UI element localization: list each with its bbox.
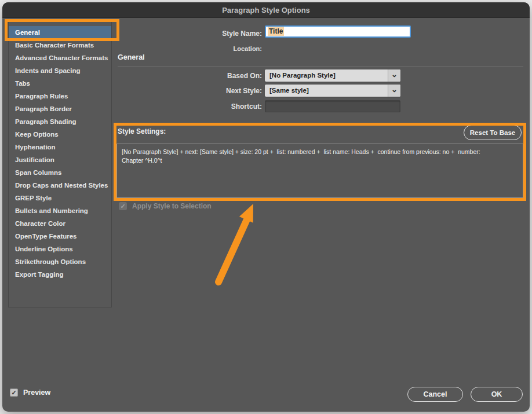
sidebar-item-basic-character-formats[interactable]: Basic Character Formats xyxy=(9,39,111,52)
check-icon: ✓ xyxy=(11,389,16,397)
check-icon: ✓ xyxy=(120,203,125,210)
cancel-button[interactable]: Cancel xyxy=(407,387,463,402)
sidebar: General Basic Character Formats Advanced… xyxy=(8,19,112,307)
sidebar-item-opentype-features[interactable]: OpenType Features xyxy=(9,230,111,243)
style-settings-summary-line2: Chapter ^H.0^t xyxy=(122,156,518,165)
sidebar-item-keep-options[interactable]: Keep Options xyxy=(9,128,111,141)
sidebar-item-paragraph-shading[interactable]: Paragraph Shading xyxy=(9,115,111,128)
based-on-label: Based On: xyxy=(176,70,262,82)
sidebar-item-justification[interactable]: Justification xyxy=(9,153,111,166)
reset-to-base-button[interactable]: Reset To Base xyxy=(464,125,522,140)
style-name-label: Style Name: xyxy=(176,28,262,39)
style-name-input[interactable]: Title xyxy=(265,25,411,38)
location-label: Location: xyxy=(176,43,262,54)
sidebar-item-export-tagging[interactable]: Export Tagging xyxy=(9,268,111,281)
apply-style-label: Apply Style to Selection xyxy=(132,202,212,210)
sidebar-item-tabs[interactable]: Tabs xyxy=(9,77,111,90)
general-section-heading: General xyxy=(118,53,145,61)
shortcut-label: Shortcut: xyxy=(176,101,262,112)
sidebar-item-strikethrough-options[interactable]: Strikethrough Options xyxy=(9,255,111,268)
chevron-down-icon: ⌄ xyxy=(391,86,398,93)
next-style-dropdown-button[interactable]: ⌄ xyxy=(388,85,400,97)
shortcut-input[interactable] xyxy=(265,100,400,112)
preview-checkbox[interactable]: ✓ xyxy=(10,389,18,397)
style-name-value: Title xyxy=(268,27,284,36)
based-on-dropdown[interactable]: [No Paragraph Style] ⌄ xyxy=(265,69,400,82)
sidebar-item-grep-style[interactable]: GREP Style xyxy=(9,192,111,204)
apply-style-row: ✓ Apply Style to Selection xyxy=(119,202,212,210)
sidebar-item-indents-and-spacing[interactable]: Indents and Spacing xyxy=(9,64,111,77)
next-style-label: Next Style: xyxy=(176,85,262,97)
sidebar-item-paragraph-border[interactable]: Paragraph Border xyxy=(9,102,111,115)
sidebar-item-drop-caps-and-nested-styles[interactable]: Drop Caps and Nested Styles xyxy=(9,179,111,192)
sidebar-item-underline-options[interactable]: Underline Options xyxy=(9,243,111,255)
style-settings-label: Style Settings: xyxy=(118,127,166,135)
dialog-titlebar: Paragraph Style Options xyxy=(2,2,530,18)
apply-style-checkbox[interactable]: ✓ xyxy=(119,202,127,210)
style-settings-summary-line1: [No Paragraph Style] + next: [Same style… xyxy=(122,148,518,156)
sidebar-item-advanced-character-formats[interactable]: Advanced Character Formats xyxy=(9,52,111,64)
based-on-value: [No Paragraph Style] xyxy=(265,69,388,82)
section-divider xyxy=(118,66,523,67)
style-settings-summary: [No Paragraph Style] + next: [Same style… xyxy=(116,144,523,198)
sidebar-item-paragraph-rules[interactable]: Paragraph Rules xyxy=(9,90,111,102)
preview-label: Preview xyxy=(23,389,50,397)
sidebar-item-bullets-and-numbering[interactable]: Bullets and Numbering xyxy=(9,204,111,217)
dialog-title: Paragraph Style Options xyxy=(222,6,310,14)
sidebar-item-general[interactable]: General xyxy=(9,26,111,39)
sidebar-item-span-columns[interactable]: Span Columns xyxy=(9,166,111,179)
next-style-value: [Same style] xyxy=(265,85,388,97)
sidebar-item-hyphenation[interactable]: Hyphenation xyxy=(9,141,111,153)
next-style-dropdown[interactable]: [Same style] ⌄ xyxy=(265,85,400,97)
chevron-down-icon: ⌄ xyxy=(391,71,398,78)
ok-button[interactable]: OK xyxy=(471,387,523,402)
screenshot-stage: Paragraph Style Options General Basic Ch… xyxy=(0,0,532,414)
dialog-window: Paragraph Style Options General Basic Ch… xyxy=(2,2,530,412)
based-on-dropdown-button[interactable]: ⌄ xyxy=(388,69,400,82)
preview-row: ✓ Preview xyxy=(10,389,50,397)
sidebar-item-character-color[interactable]: Character Color xyxy=(9,217,111,230)
